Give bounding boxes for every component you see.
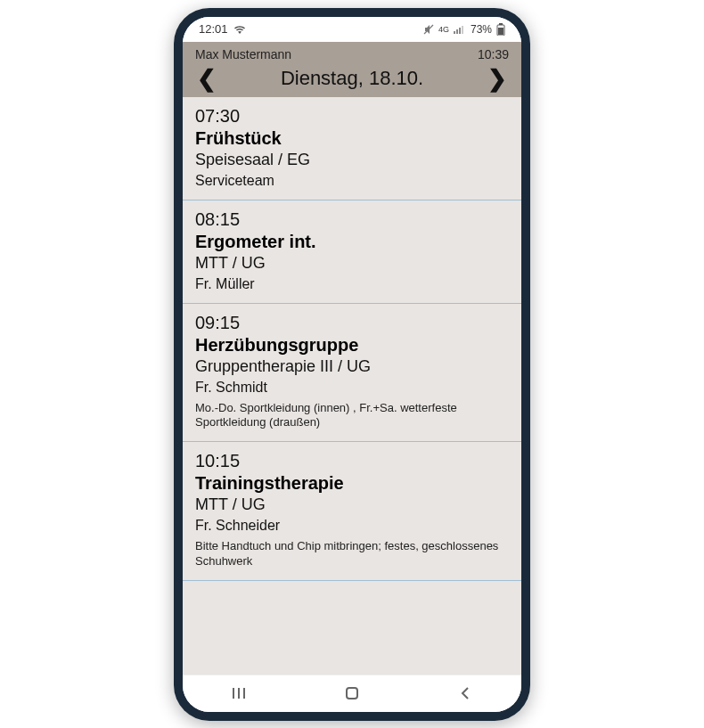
svg-rect-7 (498, 28, 503, 35)
recent-apps-button[interactable] (221, 675, 257, 711)
schedule-entry[interactable]: 07:30 Frühstück Speisesaal / EG Servicet… (183, 97, 521, 200)
entry-title: Ergometer int. (195, 232, 509, 252)
schedule-list[interactable]: 07:30 Frühstück Speisesaal / EG Servicet… (183, 97, 521, 675)
prev-day-button[interactable]: ❮ (193, 67, 220, 90)
entry-location: Speisesaal / EG (195, 151, 509, 169)
network-label: 4G (438, 25, 449, 34)
entry-location: Gruppentherapie III / UG (195, 357, 509, 376)
entry-time: 07:30 (195, 106, 509, 127)
entry-instructor: Fr. Schmidt (195, 380, 509, 396)
signal-icon (454, 25, 466, 34)
next-day-button[interactable]: ❯ (484, 67, 511, 90)
app-header-top: Max Mustermann 10:39 (192, 45, 512, 63)
entry-location: MTT / UG (195, 254, 509, 273)
svg-rect-1 (454, 31, 455, 34)
battery-label: 73% (471, 23, 492, 36)
schedule-entry[interactable]: 08:15 Ergometer int. MTT / UG Fr. Müller (183, 200, 521, 304)
entry-instructor: Serviceteam (195, 173, 509, 189)
home-button[interactable] (334, 675, 370, 711)
schedule-entry[interactable]: 10:15 Trainingstherapie MTT / UG Fr. Sch… (183, 442, 521, 581)
entry-time: 08:15 (195, 209, 509, 230)
status-left: 12:01 (199, 22, 246, 36)
status-time: 12:01 (199, 22, 228, 36)
svg-rect-3 (459, 28, 461, 34)
date-nav: ❮ Dienstag, 18.10. ❯ (192, 63, 512, 90)
entry-note: Bitte Handtuch und Chip mitbringen; fest… (195, 539, 509, 569)
entry-instructor: Fr. Schneider (195, 518, 509, 534)
app-header: Max Mustermann 10:39 ❮ Dienstag, 18.10. … (183, 42, 521, 97)
date-title: Dienstag, 18.10. (281, 67, 423, 90)
status-right: 4G 73% (423, 23, 505, 36)
svg-rect-11 (347, 688, 357, 699)
entry-title: Trainingstherapie (195, 473, 509, 494)
status-bar: 12:01 4G 73% (183, 17, 521, 42)
svg-rect-4 (462, 26, 463, 34)
back-button[interactable] (447, 675, 483, 711)
entry-note: Mo.-Do. Sportkleidung (innen) , Fr.+Sa. … (195, 401, 509, 431)
entry-title: Frühstück (195, 128, 509, 149)
entry-location: MTT / UG (195, 495, 509, 514)
user-name: Max Mustermann (195, 47, 291, 61)
mute-icon (423, 24, 434, 35)
entry-title: Herzübungsgruppe (195, 335, 509, 356)
phone-screen: 12:01 4G 73% Max Must (183, 17, 521, 712)
entry-instructor: Fr. Müller (195, 276, 509, 292)
svg-rect-2 (456, 29, 458, 34)
wifi-icon (233, 24, 246, 35)
battery-icon (496, 23, 505, 36)
schedule-entry[interactable]: 09:15 Herzübungsgruppe Gruppentherapie I… (183, 304, 521, 443)
android-nav-bar (183, 675, 521, 712)
phone-frame: 12:01 4G 73% Max Must (174, 8, 530, 721)
entry-time: 09:15 (195, 313, 509, 333)
app-clock: 10:39 (478, 47, 509, 61)
entry-time: 10:15 (195, 451, 509, 471)
